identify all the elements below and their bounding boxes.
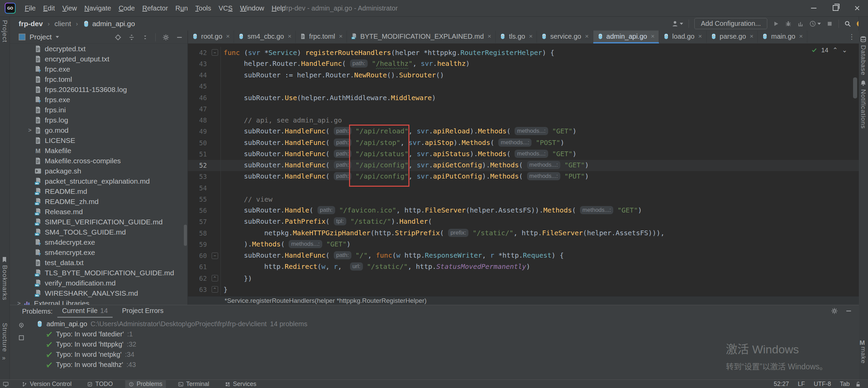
code-line-63[interactable]: 63^}	[188, 284, 859, 295]
menu-file[interactable]: File	[21, 3, 39, 14]
group-by-icon[interactable]	[18, 334, 25, 341]
tab-admin_api.go[interactable]: admin_api.go×	[593, 31, 659, 43]
hide-panel-icon[interactable]	[176, 34, 183, 41]
tool-window-tab-project[interactable]: Project	[1, 20, 8, 42]
tool-window-tab-structure[interactable]: Structure	[1, 323, 8, 352]
close-tab-icon[interactable]: ×	[799, 33, 803, 40]
problems-tab-current-file[interactable]: Current File14	[57, 305, 113, 318]
tree-item[interactable]: test_data.txt	[10, 258, 188, 268]
gear-icon[interactable]	[162, 34, 169, 41]
close-tab-icon[interactable]: ×	[226, 33, 230, 40]
tab-load.go[interactable]: load.go×	[659, 31, 707, 43]
search-icon[interactable]	[844, 20, 851, 27]
tree-item[interactable]: ?frps.exe	[10, 95, 188, 105]
expand-all-icon[interactable]	[128, 34, 135, 41]
code-line-51[interactable]: 51subRouter.HandleFunc( path: "/api/stat…	[188, 148, 859, 160]
problem-item[interactable]: Typo: In word 'httppkg':32	[46, 339, 716, 349]
tree-item[interactable]: decrypted.txt	[10, 44, 188, 54]
tree-item[interactable]: ?sm4encrypt.exe	[10, 247, 188, 258]
restore-button[interactable]	[825, 0, 846, 16]
close-tab-icon[interactable]: ×	[339, 33, 343, 40]
more-tool-windows-button[interactable]: »	[2, 354, 5, 362]
locate-file-icon[interactable]	[115, 34, 121, 41]
problem-item[interactable]: Typo: In word 'fatedier':1	[46, 329, 716, 339]
tool-window-tab-make[interactable]: make	[860, 347, 867, 364]
problems-file-row[interactable]: admin_api.go C:\Users\Administrator\Desk…	[36, 319, 716, 329]
debug-icon[interactable]	[785, 20, 792, 27]
ide-corner-icon[interactable]	[3, 381, 9, 387]
tab-parse.go[interactable]: parse.go×	[707, 31, 758, 43]
menu-refactor[interactable]: Refactor	[138, 3, 172, 14]
run-icon[interactable]	[773, 20, 779, 27]
problems-tab-project-errors[interactable]: Project Errors	[117, 305, 168, 318]
code-line-49[interactable]: 49subRouter.HandleFunc( path: "/api/relo…	[188, 126, 859, 137]
menu-run[interactable]: Run	[172, 3, 192, 14]
tool-window-tab-notifications[interactable]: Notifications	[860, 89, 867, 129]
fold-marker-icon[interactable]: ^	[212, 286, 218, 293]
tree-item[interactable]: MDSIMPLE_VERIFICATION_GUIDE.md	[10, 217, 188, 227]
close-tab-icon[interactable]: ×	[698, 33, 702, 40]
menu-code[interactable]: Code	[115, 3, 139, 14]
tree-item[interactable]: encrypted_output.txt	[10, 54, 188, 64]
tool-window-tab-database[interactable]: Database	[860, 45, 867, 75]
tree-item[interactable]: package.sh	[10, 166, 188, 176]
tree-item[interactable]: MDRelease.md	[10, 207, 188, 217]
menu-tools[interactable]: Tools	[192, 3, 215, 14]
problem-item[interactable]: Typo: In word 'netpkg':34	[46, 349, 716, 359]
tab-tls.go[interactable]: tls.go×	[496, 31, 537, 43]
close-tab-icon[interactable]: ×	[487, 33, 491, 40]
code-line-48[interactable]: 48// api, see admin_api.go	[188, 115, 859, 126]
close-tab-icon[interactable]: ×	[651, 33, 655, 40]
statusbar-version-control[interactable]: Version Control	[18, 380, 75, 388]
close-tab-icon[interactable]: ×	[529, 33, 533, 40]
tab-sm4_cbc.go[interactable]: sm4_cbc.go×	[234, 31, 296, 43]
code-line-57[interactable]: 57subRouter.PathPrefix( tpl: "/static/")…	[188, 216, 859, 227]
stop-icon[interactable]	[826, 20, 833, 27]
breadcrumb-folder[interactable]: client	[55, 20, 71, 28]
tree-item[interactable]: ?frpc.exe	[10, 64, 188, 74]
chevron-right-icon[interactable]: >	[25, 127, 34, 134]
tree-item[interactable]: MDSM4_TOOLS_GUIDE.md	[10, 227, 188, 237]
statusbar-terminal[interactable]: Terminal	[175, 380, 213, 388]
next-problem-icon[interactable]: ⌄	[842, 46, 847, 54]
chevron-down-icon[interactable]	[56, 36, 59, 38]
breadcrumb-file[interactable]: admin_api.go	[92, 20, 135, 28]
tree-item[interactable]: MMakefile	[10, 146, 188, 156]
status-info-tab[interactable]: Tab	[840, 381, 850, 388]
code-line-60[interactable]: 60−subRouter.HandleFunc( path: "/", func…	[188, 250, 859, 261]
tree-item[interactable]: MDREADME_zh.md	[10, 197, 188, 207]
code-line-44[interactable]: 44subRouter := helper.Router.NewRoute().…	[188, 70, 859, 81]
code-line-59[interactable]: 59).Methods( methods...: "GET")	[188, 239, 859, 250]
minimize-button[interactable]	[803, 0, 825, 16]
menu-edit[interactable]: Edit	[39, 3, 58, 14]
code-line-62[interactable]: 62^})	[188, 273, 859, 284]
tree-item[interactable]: ?sm4decrypt.exe	[10, 237, 188, 247]
run-with-coverage-button[interactable]	[809, 20, 821, 27]
status-info-lf[interactable]: LF	[798, 381, 805, 388]
tab-BYTE_MODIFICATION_EXPLAINED.md[interactable]: MDBYTE_MODIFICATION_EXPLAINED.md×	[347, 31, 496, 43]
add-configuration-button[interactable]: Add Configuration...	[694, 18, 767, 29]
breadcrumb-project[interactable]: frp-dev	[19, 20, 43, 28]
code-editor[interactable]: 42−func (svr *Service) registerRouteHand…	[188, 43, 859, 296]
project-panel-title[interactable]: Project	[30, 33, 52, 41]
tab-service.go[interactable]: service.go×	[537, 31, 593, 43]
fold-marker-icon[interactable]: ^	[212, 275, 218, 281]
tree-item[interactable]: frps.ini	[10, 105, 188, 115]
gear-icon[interactable]	[831, 308, 838, 314]
code-line-55[interactable]: 55// view	[188, 193, 859, 205]
tree-item[interactable]: >go.mod	[10, 125, 188, 135]
tree-item[interactable]: frps.20260111-153608.log	[10, 85, 188, 95]
code-line-52[interactable]: 52subRouter.HandleFunc( path: "/api/conf…	[188, 160, 859, 171]
code-line-47[interactable]: 47	[188, 103, 859, 114]
tree-item[interactable]: MDREADME.md	[10, 186, 188, 197]
code-line-42[interactable]: 42−func (svr *Service) registerRouteHand…	[188, 47, 859, 58]
user-account-button[interactable]	[672, 20, 683, 27]
project-tree-scrollbar[interactable]	[184, 225, 187, 246]
menu-view[interactable]: View	[59, 3, 81, 14]
tree-item[interactable]: frps.log	[10, 115, 188, 125]
code-line-56[interactable]: 56subRouter.Handle( path: "/favicon.ico"…	[188, 205, 859, 216]
tree-item[interactable]: Makefile.cross-compiles	[10, 156, 188, 166]
status-info-52-27[interactable]: 52:27	[774, 381, 789, 388]
tree-item[interactable]: LICENSE	[10, 135, 188, 146]
collapse-all-icon[interactable]	[142, 34, 149, 41]
